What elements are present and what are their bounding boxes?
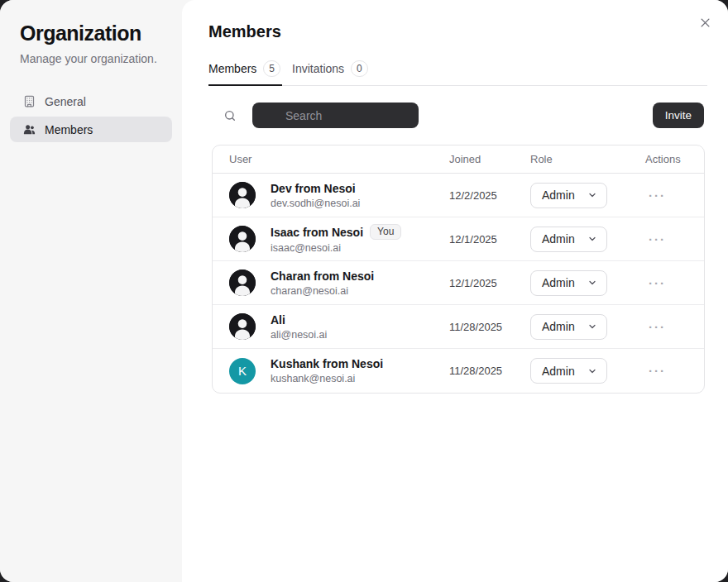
- user-identity: Dev from Nesoi dev.sodhi@nesoi.ai: [271, 182, 360, 209]
- role-dropdown[interactable]: Admin: [530, 314, 607, 340]
- person-silhouette-icon: [229, 182, 256, 208]
- column-header-actions: Actions: [645, 153, 687, 165]
- row-actions-menu-icon[interactable]: ···: [645, 319, 669, 335]
- user-identity: Charan from Nesoi charan@nesoi.ai: [271, 270, 374, 297]
- column-header-joined: Joined: [449, 153, 530, 165]
- user-identity: Kushank from Nesoi kushank@nesoi.ai: [271, 357, 383, 384]
- role-value: Admin: [542, 365, 575, 378]
- member-name: Kushank from Nesoi: [271, 357, 383, 370]
- sidebar: Organization Manage your organization. G…: [0, 0, 182, 582]
- tab-label: Invitations: [292, 62, 344, 75]
- joined-date: 11/28/2025: [449, 365, 530, 377]
- sidebar-item-label: Members: [45, 123, 93, 136]
- member-name: Ali: [271, 313, 285, 327]
- close-icon[interactable]: [696, 13, 714, 31]
- chevron-down-icon: [587, 322, 597, 332]
- role-dropdown[interactable]: Admin: [530, 183, 607, 208]
- member-name: Dev from Nesoi: [271, 182, 356, 195]
- organization-dialog: Organization Manage your organization. G…: [0, 0, 728, 582]
- role-dropdown[interactable]: Admin: [530, 270, 607, 296]
- user-cell: Ali ali@nesoi.ai: [229, 313, 449, 341]
- avatar-initial: K: [238, 364, 247, 378]
- you-badge: You: [370, 224, 401, 240]
- search-icon: [223, 109, 237, 122]
- role-dropdown[interactable]: Admin: [530, 227, 607, 252]
- tab-invitations[interactable]: Invitations 0: [292, 60, 370, 86]
- tab-members[interactable]: Members 5: [208, 60, 282, 86]
- avatar: [229, 182, 256, 208]
- members-table: User Joined Role Actions Dev from Nesoi: [212, 145, 705, 394]
- sidebar-item-label: General: [45, 95, 86, 108]
- sidebar-item-general[interactable]: General: [10, 88, 172, 114]
- toolbar: Invite: [208, 103, 704, 128]
- row-actions-menu-icon[interactable]: ···: [645, 363, 669, 379]
- chevron-down-icon: [587, 366, 597, 376]
- table-row: Ali ali@nesoi.ai 11/28/2025 Admin ···: [213, 305, 704, 349]
- role-dropdown[interactable]: Admin: [530, 358, 607, 384]
- role-value: Admin: [542, 320, 575, 333]
- joined-date: 12/1/2025: [449, 233, 530, 246]
- row-actions-menu-icon[interactable]: ···: [645, 275, 669, 291]
- member-email: charan@nesoi.ai: [271, 285, 374, 297]
- chevron-down-icon: [587, 278, 597, 288]
- table-header: User Joined Role Actions: [213, 146, 704, 174]
- avatar: K: [229, 358, 256, 384]
- user-cell: Isaac from Nesoi You isaac@nesoi.ai: [229, 224, 449, 254]
- avatar: [229, 270, 256, 296]
- tab-bar: Members 5 Invitations 0: [208, 60, 707, 86]
- role-value: Admin: [542, 276, 575, 289]
- table-body: Dev from Nesoi dev.sodhi@nesoi.ai 12/2/2…: [213, 174, 704, 393]
- page-title: Organization: [0, 21, 182, 45]
- user-identity: Ali ali@nesoi.ai: [271, 313, 327, 341]
- member-name: Charan from Nesoi: [271, 270, 374, 283]
- column-header-role: Role: [530, 153, 645, 165]
- members-panel: Members Members 5 Invitations 0 Invite U…: [182, 0, 728, 582]
- member-email: kushank@nesoi.ai: [271, 373, 383, 384]
- chevron-down-icon: [587, 234, 597, 244]
- users-icon: [23, 123, 36, 136]
- table-row: Isaac from Nesoi You isaac@nesoi.ai 12/1…: [213, 217, 704, 261]
- page-subtitle: Manage your organization.: [0, 52, 182, 65]
- panel-title: Members: [208, 22, 728, 41]
- member-email: ali@nesoi.ai: [271, 329, 327, 341]
- joined-date: 12/1/2025: [449, 277, 530, 289]
- person-silhouette-icon: [229, 226, 256, 252]
- person-silhouette-icon: [229, 313, 256, 340]
- role-value: Admin: [542, 232, 575, 246]
- sidebar-nav: General Members: [0, 88, 182, 142]
- search-input[interactable]: [252, 103, 419, 128]
- member-email: dev.sodhi@nesoi.ai: [271, 198, 360, 209]
- row-actions-menu-icon[interactable]: ···: [645, 231, 669, 247]
- user-cell: Dev from Nesoi dev.sodhi@nesoi.ai: [229, 182, 449, 209]
- table-row: K Kushank from Nesoi kushank@nesoi.ai 11…: [213, 349, 704, 393]
- column-header-user: User: [229, 153, 449, 165]
- person-silhouette-icon: [229, 270, 256, 296]
- joined-date: 11/28/2025: [449, 321, 530, 333]
- avatar: [229, 313, 256, 340]
- tab-count-badge: 0: [351, 60, 368, 77]
- row-actions-menu-icon[interactable]: ···: [645, 188, 669, 203]
- invite-button[interactable]: Invite: [653, 103, 704, 128]
- joined-date: 12/2/2025: [449, 189, 530, 202]
- member-email: isaac@nesoi.ai: [271, 242, 401, 254]
- table-row: Charan from Nesoi charan@nesoi.ai 12/1/2…: [213, 261, 704, 305]
- role-value: Admin: [542, 188, 575, 202]
- tab-count-badge: 5: [263, 60, 280, 77]
- user-cell: Charan from Nesoi charan@nesoi.ai: [229, 270, 449, 297]
- building-icon: [23, 95, 36, 107]
- chevron-down-icon: [587, 190, 597, 200]
- user-cell: K Kushank from Nesoi kushank@nesoi.ai: [229, 357, 449, 384]
- tab-label: Members: [208, 62, 256, 75]
- avatar: [229, 226, 256, 252]
- table-row: Dev from Nesoi dev.sodhi@nesoi.ai 12/2/2…: [213, 174, 704, 217]
- user-identity: Isaac from Nesoi You isaac@nesoi.ai: [271, 224, 401, 254]
- sidebar-item-members[interactable]: Members: [10, 117, 172, 142]
- member-name: Isaac from Nesoi: [271, 226, 363, 239]
